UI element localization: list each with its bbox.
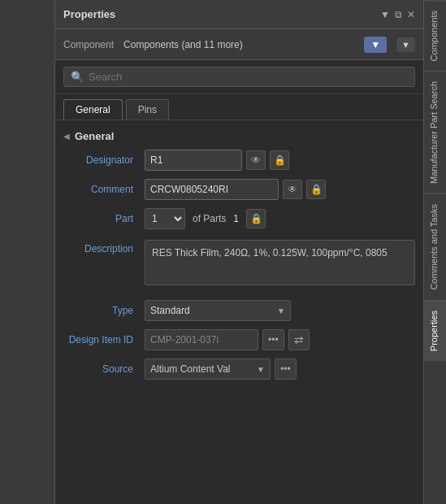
source-row: Source Altium Content Val ▼ ••• <box>55 354 423 384</box>
design-item-id-label: Design Item ID <box>63 334 145 345</box>
design-item-id-arrows-button[interactable]: ⇄ <box>288 329 310 350</box>
comment-row: Comment 👁 🔒 <box>55 175 423 204</box>
of-parts-text: of Parts <box>193 213 226 224</box>
description-label: Description <box>63 240 145 254</box>
content-area: ◀ General Designator 👁 🔒 Comment 👁 🔒 Par… <box>55 120 423 504</box>
designator-lock-button[interactable]: 🔒 <box>270 150 289 170</box>
title-bar: Properties ▼ ⧉ ✕ <box>55 0 423 29</box>
tabs-row: General Pins <box>55 94 423 120</box>
design-item-id-row: Design Item ID ••• ⇄ <box>55 325 423 354</box>
designator-eye-button[interactable]: 👁 <box>246 150 266 170</box>
comment-lock-button[interactable]: 🔒 <box>306 180 326 199</box>
tab-general[interactable]: General <box>63 99 123 119</box>
design-item-id-value-group: ••• ⇄ <box>145 329 415 350</box>
right-tab-comments-tasks[interactable]: Comments and Tasks <box>424 193 446 300</box>
main-panel: Properties ▼ ⧉ ✕ Component Components (a… <box>55 0 423 504</box>
part-label: Part <box>63 213 145 224</box>
comment-eye-button[interactable]: 👁 <box>283 180 302 199</box>
type-dropdown-icon: ▼ <box>277 306 285 315</box>
comment-input[interactable] <box>145 179 279 200</box>
description-row: Description RES Thick Film, 240Ω, 1%, 0.… <box>55 233 423 289</box>
design-item-id-dots-button[interactable]: ••• <box>262 329 284 350</box>
type-row: Type Standard ▼ <box>55 296 423 325</box>
dropdown-arrow-button[interactable]: ▼ <box>396 37 415 52</box>
part-lock-button[interactable]: 🔒 <box>246 209 266 228</box>
type-value-group: Standard ▼ <box>145 300 415 321</box>
part-select[interactable]: 1 <box>145 208 185 229</box>
search-bar: 🔍 <box>55 60 423 94</box>
part-row: Part 1 of Parts 1 🔒 <box>55 204 423 233</box>
right-tab-manufacturer-search[interactable]: Manufacturer Part Search <box>424 71 446 193</box>
part-value-group: 1 of Parts 1 🔒 <box>145 208 415 229</box>
close-icon[interactable]: ✕ <box>407 9 415 20</box>
search-input[interactable] <box>89 71 408 83</box>
designator-input[interactable] <box>145 150 242 171</box>
source-dropdown-icon: ▼ <box>257 365 265 374</box>
search-input-wrap: 🔍 <box>63 67 415 87</box>
right-tab-components[interactable]: Components <box>424 0 446 71</box>
designator-label: Designator <box>63 154 145 166</box>
parts-total: 1 <box>233 213 239 224</box>
designator-row: Designator 👁 🔒 <box>55 146 423 175</box>
description-value-group: RES Thick Film, 240Ω, 1%, 0.125W, 100ppm… <box>145 240 415 285</box>
title-icons: ▼ ⧉ ✕ <box>380 9 415 20</box>
source-select[interactable]: Altium Content Val ▼ <box>145 358 271 380</box>
filter-button[interactable]: ▼ <box>364 37 387 53</box>
type-select[interactable]: Standard ▼ <box>145 300 291 321</box>
component-header: Component Components (and 11 more) ▼ ▼ <box>55 29 423 60</box>
section-arrow-icon: ◀ <box>63 132 70 141</box>
comment-value-group: 👁 🔒 <box>145 179 415 200</box>
search-icon: 🔍 <box>71 71 84 83</box>
right-tab-properties[interactable]: Properties <box>424 300 446 361</box>
float-icon[interactable]: ⧉ <box>395 9 402 20</box>
components-more-label: Components (and 11 more) <box>123 39 243 50</box>
design-item-id-input[interactable] <box>145 329 258 350</box>
designator-value-group: 👁 🔒 <box>145 150 415 171</box>
component-label: Component <box>63 39 114 50</box>
section-general-header[interactable]: ◀ General <box>55 127 423 146</box>
source-value-group: Altium Content Val ▼ ••• <box>145 358 415 380</box>
panel-title: Properties <box>63 8 115 20</box>
section-general-title: General <box>75 130 114 142</box>
left-panel <box>0 0 55 504</box>
source-dots-button[interactable]: ••• <box>275 358 297 380</box>
type-label: Type <box>63 305 145 316</box>
tab-pins[interactable]: Pins <box>126 99 169 119</box>
title-bar-left: Properties <box>63 8 115 20</box>
description-value: RES Thick Film, 240Ω, 1%, 0.125W, 100ppm… <box>145 240 415 285</box>
comment-label: Comment <box>63 184 145 195</box>
right-tabs-panel: Components Manufacturer Part Search Comm… <box>423 0 446 504</box>
minimize-icon[interactable]: ▼ <box>380 9 390 20</box>
source-label: Source <box>63 363 145 375</box>
